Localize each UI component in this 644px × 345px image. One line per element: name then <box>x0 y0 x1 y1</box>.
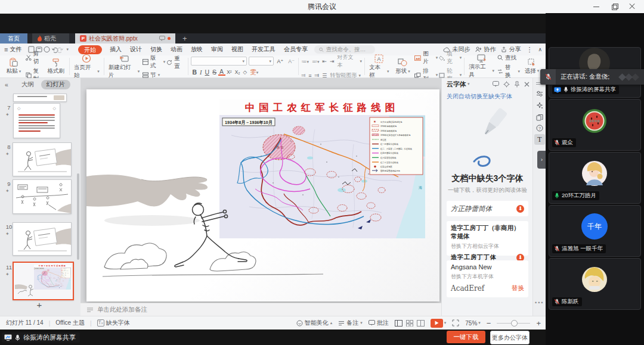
bold-button[interactable]: B <box>191 69 199 76</box>
download-icon-1[interactable]: ⬇ <box>516 205 524 213</box>
menu-animation[interactable]: 动画 <box>166 43 187 55</box>
menu-slideshow[interactable]: 放映 <box>187 43 207 55</box>
layout-button[interactable]: 版式▾ <box>143 54 165 70</box>
collapse-ribbon-icon[interactable]: ∧ <box>538 46 542 52</box>
menu-home[interactable]: 开始 <box>78 45 102 54</box>
participant-tile-4[interactable]: 陈新跃 <box>549 258 641 310</box>
shape-button[interactable]: 形状▾ <box>392 58 413 75</box>
tab-outline[interactable]: 大纲 <box>21 80 34 89</box>
participant-tile-2[interactable]: 20环工万皓月 <box>549 152 641 204</box>
slide-thumb-8[interactable] <box>13 142 72 176</box>
bullets-icon[interactable]: ≔▾ <box>301 58 309 64</box>
sorter-view-icon[interactable] <box>406 320 413 327</box>
play-from-current-button[interactable]: 当页开始▾ <box>72 54 101 79</box>
underline-button[interactable]: U <box>203 69 211 76</box>
speaking-banner[interactable]: 正在讲话: 金意侥; <box>540 69 644 85</box>
format-painter-button[interactable]: 格式刷 <box>45 58 67 75</box>
text-effects-button[interactable]: 雯▾ <box>249 68 260 76</box>
notes-toggle[interactable]: 备注▾ <box>338 319 363 327</box>
tab-chat-icon[interactable] <box>159 36 165 41</box>
participant-tile-3[interactable]: 千年 温雅旭 一眼千年 <box>549 205 641 257</box>
slideshow-button[interactable]: ▾ <box>431 319 447 328</box>
font-size-select[interactable]: ▾ <box>249 57 274 66</box>
replace-link[interactable]: 替换 <box>512 284 524 293</box>
slide-thumb-6-partial[interactable] <box>13 94 67 102</box>
tab-home[interactable]: 首页 <box>0 33 27 43</box>
font-card-2[interactable]: 造字工房丁丁（非商用）常规体 替换下方相似云字体 造字工房丁丁体 ⬇ <box>447 221 528 256</box>
properties-icon[interactable] <box>536 90 543 97</box>
decrease-font-icon[interactable]: A⁻ <box>287 58 296 64</box>
highlight-button[interactable]: ◇ <box>242 69 249 75</box>
new-tab-button[interactable]: + <box>182 33 187 43</box>
close-button[interactable] <box>628 3 636 10</box>
screen-share-badge[interactable]: 徐振涛的屏幕共享 <box>2 332 80 343</box>
fill-button[interactable]: 填充▾ <box>439 50 462 66</box>
settings-gear-icon[interactable] <box>503 81 510 88</box>
slide-canvas[interactable] <box>86 89 439 302</box>
add-slide-button[interactable]: + <box>32 300 47 310</box>
download-all-button[interactable]: 一键下载 <box>447 331 485 343</box>
new-slide-button[interactable]: 新建幻灯片▾ <box>107 54 141 79</box>
close-panel-icon[interactable] <box>524 82 530 87</box>
command-search[interactable]: 查找命令、搜索模板 <box>314 45 375 54</box>
expand-panel-tab[interactable]: › <box>537 151 546 169</box>
fit-slide-icon[interactable] <box>452 319 459 327</box>
maximize-button[interactable] <box>611 3 618 10</box>
menu-file[interactable]: 文件 <box>8 43 26 55</box>
menu-view[interactable]: 视图 <box>227 43 247 55</box>
font-color-button[interactable]: A <box>218 69 225 76</box>
feedback-icon[interactable] <box>493 81 499 87</box>
more-menu-icon[interactable]: ⋮ <box>526 46 532 54</box>
cut-button[interactable]: 剪切 <box>26 50 44 66</box>
slide-thumb-9[interactable] <box>13 179 72 214</box>
tab-slides[interactable]: 幻灯片 <box>41 80 71 89</box>
share-button[interactable]: 分享 <box>501 45 521 54</box>
paste-button[interactable]: 粘贴▾ <box>3 58 24 75</box>
italic-button[interactable]: I <box>199 69 204 76</box>
participant-tile-1[interactable]: 观看视频 观众 <box>549 99 641 151</box>
find-button[interactable]: 查找 <box>497 54 520 62</box>
slide-thumb-11-selected[interactable] <box>13 262 74 300</box>
subscript-button[interactable]: X₂ <box>233 69 242 75</box>
superscript-button[interactable]: X² <box>225 69 234 75</box>
outdent-icon[interactable]: ⇤ <box>322 58 327 64</box>
pin-icon[interactable] <box>514 81 520 88</box>
justify-icon[interactable]: ☰ <box>322 73 327 79</box>
picture-button[interactable]: 图片▾ <box>414 50 438 66</box>
numbering-icon[interactable]: ≕▾ <box>312 58 320 64</box>
reset-button[interactable]: 重置 <box>166 55 185 70</box>
text-tool-button[interactable]: T <box>534 134 545 145</box>
font-name-select[interactable]: ▾ <box>191 57 247 66</box>
slide-thumb-10[interactable] <box>13 222 72 256</box>
zoom-slider[interactable] <box>497 319 530 327</box>
zoom-out-button[interactable]: − <box>487 319 491 328</box>
more-fonts-button[interactable]: 更多办公字体 <box>490 331 530 344</box>
zoom-level[interactable]: 75%▾ <box>465 320 481 327</box>
menu-review[interactable]: 审阅 <box>207 43 227 55</box>
menu-devtools[interactable]: 开发工具 <box>247 43 280 55</box>
present-tools-button[interactable]: 演示工具▾ <box>467 54 496 79</box>
minimize-button[interactable] <box>593 3 600 10</box>
select-button[interactable]: 选择▾ <box>521 58 543 75</box>
collaborate-button[interactable]: 协作 <box>475 45 496 54</box>
toolbar-more-icon[interactable]: ••• <box>535 300 544 306</box>
increase-font-icon[interactable]: A⁺ <box>275 58 285 64</box>
align-text-button[interactable]: 对齐文本▾ <box>338 54 362 69</box>
tab-document[interactable]: P 社会实践答辩.pptx <box>75 33 175 43</box>
zoom-in-button[interactable]: + <box>536 319 541 328</box>
textbox-button[interactable]: A 文本框▾ <box>367 54 391 79</box>
normal-view-icon[interactable] <box>395 320 402 327</box>
tab-docer[interactable]: 稻壳 <box>32 33 69 43</box>
duplicate-icon[interactable] <box>536 114 543 121</box>
notes-bar[interactable]: 单击此处添加备注 <box>80 303 441 316</box>
reading-view-icon[interactable] <box>417 320 425 327</box>
comments-toggle[interactable]: 批注 <box>369 319 389 327</box>
font-card-3[interactable]: Angsana New 替换下方本机字体 AcadEref 替换 <box>447 260 528 297</box>
panel-scrollbar[interactable] <box>77 173 79 260</box>
help-icon[interactable]: ? <box>536 125 543 132</box>
quick-toolbar-caret[interactable]: ▾ <box>66 47 69 52</box>
smart-beautify-button[interactable]: 智能美化▴ <box>296 319 333 327</box>
beautify-wand-icon[interactable] <box>536 102 543 109</box>
strikethrough-button[interactable]: S <box>211 69 218 76</box>
slide-thumb-7[interactable]: ◇ ◇ <box>13 103 60 138</box>
